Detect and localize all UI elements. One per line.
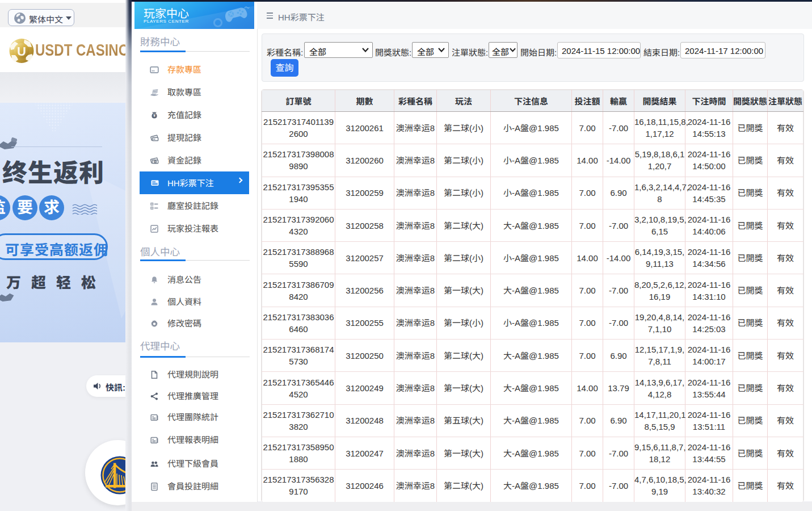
svg-text:U: U xyxy=(17,44,26,58)
svg-text:¥: ¥ xyxy=(153,114,155,118)
